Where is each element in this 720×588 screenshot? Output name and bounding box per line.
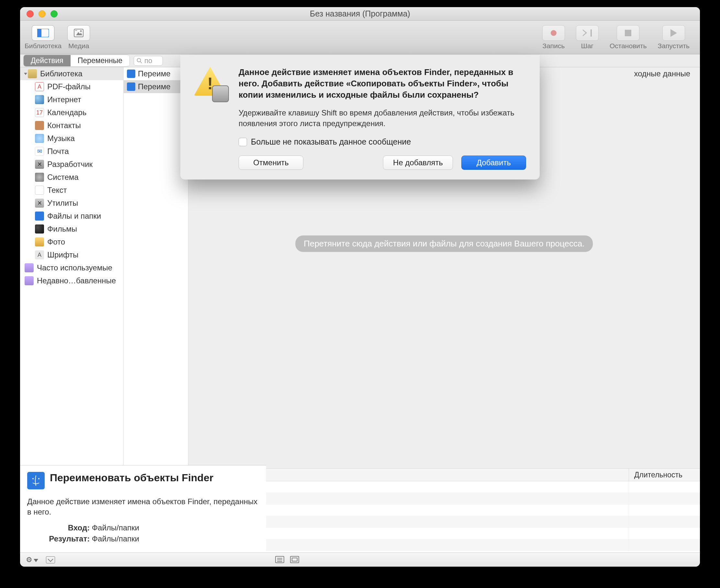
sidebar-smart-frequent[interactable]: Часто используемые <box>20 261 123 274</box>
step-button[interactable] <box>576 25 599 41</box>
variables-view-button[interactable] <box>290 556 299 563</box>
pdf-icon: A <box>35 82 44 91</box>
font-icon: A <box>35 250 44 259</box>
toggle-library-button[interactable] <box>32 25 54 41</box>
sidebar-item-internet[interactable]: Интернет <box>20 93 123 106</box>
sheet-subtext: Удерживайте клавишу Shift во время добав… <box>239 108 526 129</box>
toggle-info-panel-button[interactable] <box>46 556 55 563</box>
toolbar: Библиотека Медиа Запись Шаг Остановить <box>20 21 700 54</box>
finder-icon <box>127 69 135 78</box>
contacts-icon <box>35 121 44 130</box>
sidebar-root-library[interactable]: Библиотека <box>20 67 123 80</box>
app-window: Без названия (Программа) Библиотека Меди… <box>20 7 700 567</box>
run-label: Запустить <box>658 42 689 50</box>
action-list-item[interactable]: Переиме <box>124 67 188 80</box>
sidebar-item-utilities[interactable]: ✕Утилиты <box>20 197 123 210</box>
sidebar-item-movies[interactable]: Фильмы <box>20 223 123 235</box>
text-icon <box>35 186 44 195</box>
gear-icon: ⚙ <box>26 556 33 564</box>
play-icon <box>671 29 677 37</box>
tab-actions[interactable]: Действия <box>24 55 71 66</box>
smart-folder-icon <box>25 263 34 272</box>
alert-icon: ! <box>194 67 229 147</box>
svg-point-3 <box>80 30 82 32</box>
record-button[interactable] <box>542 25 565 41</box>
toolbar-media-label: Медиа <box>68 42 89 50</box>
info-input-label: Вход: <box>68 523 90 532</box>
toolbar-run-controls: Запись Шаг Остановить Запустить <box>542 25 695 50</box>
action-list-item[interactable]: Переиме <box>124 80 188 93</box>
action-menu-button[interactable]: ⚙ <box>26 556 40 564</box>
smart-folder-icon <box>25 276 34 285</box>
sidebar-item-mail[interactable]: ✉Почта <box>20 145 123 158</box>
chevron-down-icon <box>34 559 38 562</box>
sidebar-item-text[interactable]: Текст <box>20 184 123 197</box>
sidebar-smart-recent[interactable]: Недавно…бавленные <box>20 274 123 287</box>
sidebar-item-system[interactable]: Система <box>20 171 123 184</box>
sidebar-item-fonts[interactable]: AШрифты <box>20 248 123 261</box>
svg-point-8 <box>38 478 40 479</box>
sheet-heading: Данное действие изменяет имена объектов … <box>239 67 526 101</box>
sidebar-item-pdf[interactable]: APDF-файлы <box>20 80 123 93</box>
library-tab-segment: Действия Переменные <box>23 55 130 67</box>
quicktime-icon <box>35 225 44 233</box>
sidebar-item-calendar[interactable]: 17Календарь <box>20 106 123 119</box>
search-input[interactable]: по <box>134 56 163 66</box>
log-view-button[interactable] <box>275 556 284 563</box>
record-icon <box>551 30 557 36</box>
confirmation-sheet: ! Данное действие изменяет имена объекто… <box>180 55 540 180</box>
sidebar-item-contacts[interactable]: Контакты <box>20 119 123 132</box>
search-placeholder: по <box>144 57 152 65</box>
action-info-panel: Переименовать объекты Finder Данное дейс… <box>20 465 266 552</box>
stop-icon <box>625 30 631 36</box>
workflow-input-label: ходные данные <box>634 69 690 78</box>
cancel-button[interactable]: Отменить <box>239 155 303 170</box>
toggle-media-button[interactable] <box>67 25 90 41</box>
svg-point-7 <box>33 478 34 479</box>
info-title: Переименовать объекты Finder <box>50 472 213 484</box>
info-description: Данное действие изменяет имена объектов … <box>27 497 259 518</box>
disclosure-triangle-icon <box>23 71 28 76</box>
log-header-duration[interactable]: Длительность <box>629 469 700 481</box>
dont-add-button[interactable]: Не добавлять <box>383 155 453 170</box>
sidebar-item-photos[interactable]: Фото <box>20 235 123 248</box>
hammer-icon: ✕ <box>35 160 44 169</box>
step-icon <box>583 29 590 37</box>
mail-icon: ✉ <box>35 147 44 156</box>
finder-app-icon <box>27 472 45 489</box>
sidebar-item-music[interactable]: Музыка <box>20 132 123 145</box>
search-icon <box>137 58 142 64</box>
run-button[interactable] <box>662 25 685 41</box>
sheet-checkbox-label: Больше не показывать данное сообщение <box>251 137 411 147</box>
info-input-value: Файлы/папки <box>92 523 139 532</box>
sidebar-item-developer[interactable]: ✕Разработчик <box>20 158 123 171</box>
svg-line-5 <box>140 61 142 63</box>
stop-button[interactable] <box>617 25 639 41</box>
gear-icon <box>35 173 44 182</box>
svg-point-4 <box>137 58 141 62</box>
svg-rect-1 <box>37 29 41 37</box>
canvas-drop-hint: Перетяните сюда действия или файлы для с… <box>295 235 593 252</box>
sidebar-root-label: Библиотека <box>40 69 83 78</box>
music-icon <box>35 134 44 143</box>
photos-icon <box>35 237 44 247</box>
library-icon <box>28 69 37 78</box>
titlebar: Без названия (Программа) <box>20 7 700 21</box>
step-label: Шаг <box>581 42 594 50</box>
add-button[interactable]: Добавить <box>461 155 526 170</box>
info-result-value: Файлы/папки <box>92 534 139 543</box>
toolbar-library-group: Библиотека <box>25 25 61 50</box>
toolbar-media-group: Медиа <box>67 25 90 50</box>
status-bar: ⚙ <box>20 552 700 567</box>
toolbar-library-label: Библиотека <box>25 42 61 50</box>
info-result-label: Результат: <box>49 534 90 543</box>
stop-label: Остановить <box>609 42 647 50</box>
globe-icon <box>35 95 44 104</box>
finder-icon <box>127 82 135 91</box>
tab-variables[interactable]: Переменные <box>71 55 129 66</box>
finder-icon <box>35 212 44 220</box>
sidebar-item-files[interactable]: Файлы и папки <box>20 210 123 223</box>
view-mode-buttons <box>269 552 299 567</box>
sheet-suppress-checkbox[interactable]: Больше не показывать данное сообщение <box>239 137 526 147</box>
calendar-icon: 17 <box>35 108 44 117</box>
